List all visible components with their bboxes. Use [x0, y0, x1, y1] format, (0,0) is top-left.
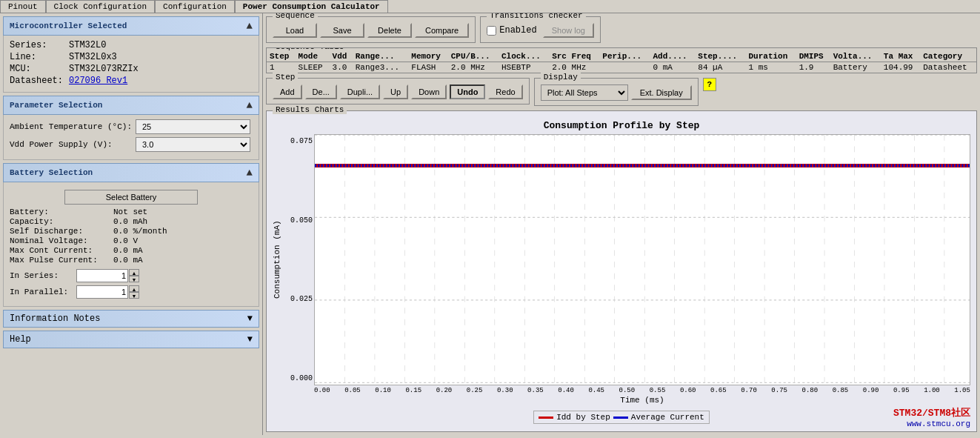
enabled-checkbox[interactable]: [487, 26, 496, 36]
x-tick-21: 1.05: [954, 387, 970, 394]
tab-clock[interactable]: Clock Configuration: [46, 0, 155, 13]
battery-field-2: Self Discharge: 0.0 %/month: [10, 227, 253, 236]
redo-button[interactable]: Redo: [488, 84, 522, 99]
col-volta: Volta...: [830, 51, 881, 62]
vdd-select[interactable]: 3.0: [136, 137, 250, 152]
parameter-header: Parameter Selection ▲: [3, 96, 259, 115]
col-category: Category: [920, 51, 976, 62]
undo-button[interactable]: Undo: [450, 84, 485, 99]
col-memory: Memory: [408, 51, 447, 62]
line-label: Line:: [10, 52, 69, 62]
sequence-table-title: Sequence Table: [273, 47, 347, 51]
ambient-select[interactable]: 25: [136, 119, 250, 134]
delete-button[interactable]: Delete: [367, 23, 412, 38]
in-series-row: In Series: ▲ ▼: [10, 269, 253, 282]
sequence-table-group: Sequence Table Step Mode Vdd Range... Me…: [266, 47, 977, 73]
col-perip: Perip...: [599, 51, 650, 62]
y-ticks: 0.075 0.050 0.025 0.000: [284, 134, 314, 385]
tab-pinout[interactable]: Pinout: [0, 0, 46, 13]
top-row: Sequence Load Save Delete Compare Transi…: [266, 16, 977, 43]
help-title: Help: [10, 334, 31, 345]
compare-button[interactable]: Compare: [415, 23, 469, 38]
help-icon[interactable]: ?: [703, 78, 716, 91]
load-button[interactable]: Load: [273, 23, 317, 38]
sequence-table: Step Mode Vdd Range... Memory CPU/B... C…: [267, 51, 976, 73]
ambient-label: Ambient Temperature (°C):: [10, 122, 136, 131]
x-tick-20: 1.00: [924, 387, 940, 394]
series-label: Series:: [10, 40, 69, 50]
transitions-content: Enabled Show log: [487, 23, 594, 38]
y-tick-2: 0.025: [286, 295, 313, 303]
vdd-row: Vdd Power Supply (V): 3.0: [10, 137, 253, 152]
x-tick-18: 0.90: [863, 387, 879, 394]
battery-title: Battery Selection: [10, 168, 93, 177]
watermark2: www.stmcu.org: [710, 419, 970, 428]
x-tick-13: 0.65: [710, 387, 727, 394]
left-panel: Microcontroller Selected ▲ Series: STM32…: [0, 13, 263, 435]
save-button[interactable]: Save: [320, 23, 364, 38]
table-cell: 2.0 MHz: [448, 62, 499, 73]
battery-value-1: 0.0 mAh: [113, 217, 147, 226]
chart-svg: [315, 135, 970, 385]
battery-collapse[interactable]: ▲: [247, 167, 253, 179]
in-parallel-down[interactable]: ▼: [129, 292, 139, 299]
mcu-label: MCU:: [10, 64, 69, 74]
in-series-input[interactable]: [76, 269, 128, 282]
up-button[interactable]: Up: [383, 84, 408, 99]
info-notes-title: Information Notes: [10, 313, 100, 324]
display-group-title: Display: [541, 73, 581, 82]
microcontroller-collapse[interactable]: ▲: [247, 20, 253, 32]
in-parallel-up[interactable]: ▲: [129, 285, 139, 292]
ext-display-button[interactable]: Ext. Display: [631, 85, 692, 100]
results-charts-group: Results Charts Consumption Profile by St…: [266, 110, 977, 432]
transitions-title: Transitions checker: [487, 13, 585, 20]
info-notes-collapse[interactable]: ▼: [247, 313, 253, 324]
series-value: STM32L0: [69, 40, 106, 50]
de-button[interactable]: De...: [305, 84, 337, 99]
y-tick-3: 0.000: [286, 374, 313, 382]
down-button[interactable]: Down: [411, 84, 447, 99]
in-series-label: In Series:: [10, 271, 76, 280]
col-clock: Clock...: [499, 51, 549, 62]
chart-main: Consumption (mA) 0.075 0.050 0.025 0.000: [273, 134, 970, 385]
datasheet-link[interactable]: 027096_Rev1: [69, 76, 127, 86]
tab-config[interactable]: Configuration: [155, 0, 235, 13]
col-dmips: DMIPS: [796, 51, 830, 62]
chart-plot: [314, 134, 970, 385]
show-log-button[interactable]: Show log: [543, 23, 594, 38]
parameter-collapse[interactable]: ▲: [247, 99, 253, 111]
table-cell: 1.9: [796, 62, 830, 73]
dupli-button[interactable]: Dupli...: [340, 84, 380, 99]
mcu-value: STM32L073RZIx: [69, 64, 139, 74]
col-step-val: Step....: [695, 51, 745, 62]
table-cell: FLASH: [408, 62, 447, 73]
x-tick-17: 0.85: [833, 387, 849, 394]
ambient-row: Ambient Temperature (°C): 25: [10, 119, 253, 134]
x-tick-8: 0.40: [558, 387, 574, 394]
x-ticks: 0.00 0.05 0.10 0.15 0.20 0.25 0.30 0.35 …: [314, 385, 970, 394]
results-charts-title: Results Charts: [273, 105, 347, 114]
select-battery-button[interactable]: Select Battery: [64, 190, 198, 205]
table-row[interactable]: 1SLEEP3.0Range3...FLASH2.0 MHzHSEBTP2.0 …: [267, 62, 976, 73]
enabled-label: Enabled: [499, 25, 536, 36]
battery-value-5: 0.0 mA: [113, 256, 143, 265]
plot-select[interactable]: Plot: All Steps Plot: Current Step: [541, 84, 628, 101]
col-duration: Duration: [745, 51, 796, 62]
in-series-up[interactable]: ▲: [129, 269, 139, 276]
battery-field-3: Nominal Voltage: 0.0 V: [10, 236, 253, 245]
legend-box: Idd by Step Average Current: [533, 411, 710, 424]
in-parallel-input[interactable]: [76, 285, 128, 299]
x-ticks-row: 0.00 0.05 0.10 0.15 0.20 0.25 0.30 0.35 …: [314, 385, 970, 394]
x-tick-1: 0.05: [344, 387, 361, 394]
in-series-down[interactable]: ▼: [129, 276, 139, 282]
legend-idd-line: [539, 417, 553, 419]
help-collapse[interactable]: ▼: [247, 334, 253, 345]
col-mode: Mode: [296, 51, 330, 62]
add-button[interactable]: Add: [273, 84, 302, 99]
table-body: 1SLEEP3.0Range3...FLASH2.0 MHzHSEBTP2.0 …: [267, 62, 976, 73]
watermark-area: STM32/STM8社区 www.stmcu.org: [710, 406, 970, 428]
microcontroller-header: Microcontroller Selected ▲: [3, 16, 259, 36]
tab-power[interactable]: Power Consumption Calculator: [235, 0, 388, 13]
sequence-group-title: Sequence: [273, 13, 318, 20]
table-scroll[interactable]: Step Mode Vdd Range... Memory CPU/B... C…: [267, 51, 976, 73]
